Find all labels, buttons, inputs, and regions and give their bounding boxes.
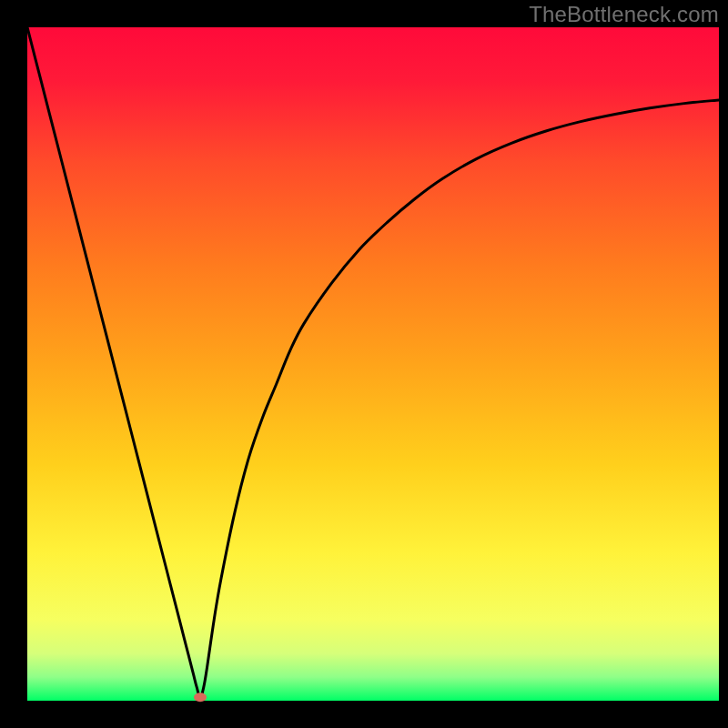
minimum-marker [194,693,207,702]
bottleneck-chart [0,0,728,728]
plot-background [27,27,719,701]
chart-frame: TheBottleneck.com [0,0,728,728]
watermark-text: TheBottleneck.com [529,2,719,27]
